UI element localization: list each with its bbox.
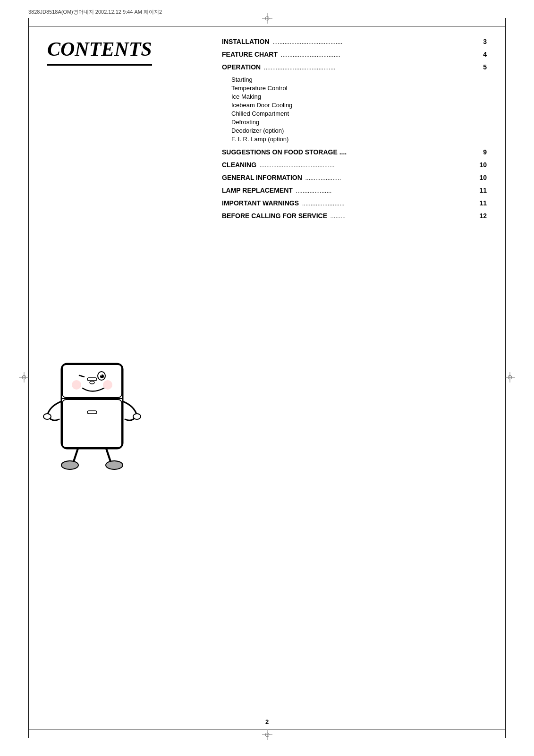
svg-point-19 xyxy=(72,380,81,390)
toc-suggestions: SUGGESTIONS ON FOOD STORAGE .... 9 xyxy=(222,148,487,156)
right-crosshair-icon xyxy=(505,372,515,384)
svg-rect-13 xyxy=(87,411,97,414)
toc-cleaning-page: 10 xyxy=(479,161,487,169)
toc-before-calling: BEFORE CALLING FOR SERVICE ......... 12 xyxy=(222,212,487,220)
toc-cleaning-label: CLEANING xyxy=(222,161,256,169)
sub-item-temperature: Temperature Control xyxy=(231,85,487,92)
toc-important-warnings: IMPORTANT WARNINGS .....................… xyxy=(222,199,487,207)
tick-bottom-left xyxy=(28,730,29,738)
toc-suggestions-label: SUGGESTIONS ON FOOD STORAGE .... xyxy=(222,148,347,156)
toc-lamp-replacement-label: LAMP REPLACEMENT xyxy=(222,187,293,194)
toc-operation-page: 5 xyxy=(483,63,487,71)
toc-operation: OPERATION ..............................… xyxy=(222,63,487,71)
toc-feature-chart-dots: ................................... xyxy=(278,51,483,58)
svg-point-23 xyxy=(61,461,78,469)
top-border xyxy=(28,26,506,26)
svg-rect-11 xyxy=(62,399,122,448)
toc-installation-dots: ........................................… xyxy=(270,38,483,45)
left-column: CONTENTS xyxy=(47,38,208,75)
fridge-illustration xyxy=(38,349,184,491)
toc-lamp-replacement: LAMP REPLACEMENT ..................... 1… xyxy=(222,187,487,194)
svg-point-20 xyxy=(103,380,112,390)
svg-point-18 xyxy=(90,381,94,384)
bottom-crosshair-icon xyxy=(262,730,272,742)
toc-before-calling-page: 12 xyxy=(479,212,487,220)
toc-installation-label: INSTALLATION xyxy=(222,38,270,45)
svg-point-17 xyxy=(101,374,102,376)
svg-rect-12 xyxy=(87,378,97,381)
toc-lamp-replacement-page: 11 xyxy=(479,187,487,194)
page-number: 2 xyxy=(265,718,269,725)
toc-important-warnings-page: 11 xyxy=(479,199,487,207)
toc-before-calling-label: BEFORE CALLING FOR SERVICE xyxy=(222,212,327,220)
sub-item-starting: Starting xyxy=(231,76,487,83)
svg-point-21 xyxy=(43,414,51,419)
tick-bottom-right xyxy=(505,730,506,738)
toc-lamp-replacement-dots: ..................... xyxy=(293,187,480,194)
toc-operation-sub-items: Starting Temperature Control Ice Making … xyxy=(231,76,487,143)
toc-installation: INSTALLATION ...........................… xyxy=(222,38,487,45)
toc-general-info-page: 10 xyxy=(479,174,487,181)
toc-before-calling-dots: ......... xyxy=(327,212,479,220)
toc-feature-chart-label: FEATURE CHART xyxy=(222,51,278,58)
toc-feature-chart-page: 4 xyxy=(483,51,487,58)
toc-cleaning: CLEANING ...............................… xyxy=(222,161,487,169)
toc-general-info-dots: ..................... xyxy=(302,174,480,181)
toc-feature-chart: FEATURE CHART ..........................… xyxy=(222,51,487,58)
toc-operation-dots: ........................................… xyxy=(261,64,483,71)
left-crosshair-icon xyxy=(19,372,29,384)
toc-operation-label: OPERATION xyxy=(222,63,261,71)
toc-cleaning-dots: ........................................… xyxy=(256,161,479,169)
sub-item-defrosting: Defrosting xyxy=(231,119,487,126)
top-crosshair-icon xyxy=(262,13,272,25)
toc-general-info: GENERAL INFORMATION ....................… xyxy=(222,174,487,181)
toc-suggestions-dots xyxy=(347,149,483,156)
sub-item-fir-lamp: F. I. R. Lamp (option) xyxy=(231,136,487,143)
svg-point-22 xyxy=(133,414,141,419)
toc-column: INSTALLATION ...........................… xyxy=(222,38,487,225)
tick-top-left xyxy=(28,18,29,26)
sub-item-ice-making: Ice Making xyxy=(231,93,487,100)
page-container: 3828JD8518A(OM)영어내지 2002.12.12 9:44 AM 페… xyxy=(0,0,534,756)
toc-suggestions-page: 9 xyxy=(483,148,487,156)
sub-item-icebeam: Icebeam Door Cooling xyxy=(231,102,487,109)
sub-item-chilled: Chilled Compartment xyxy=(231,110,487,117)
toc-important-warnings-dots: ......................... xyxy=(299,200,479,207)
toc-general-info-label: GENERAL INFORMATION xyxy=(222,174,302,181)
svg-point-24 xyxy=(106,461,123,469)
toc-important-warnings-label: IMPORTANT WARNINGS xyxy=(222,199,299,207)
header-meta-text: 3828JD8518A(OM)영어내지 2002.12.12 9:44 AM 페… xyxy=(28,8,162,16)
sub-item-deodorizer: Deodorizer (option) xyxy=(231,127,487,134)
tick-top-right xyxy=(505,18,506,26)
fridge-svg xyxy=(38,349,146,477)
toc-installation-page: 3 xyxy=(483,38,487,45)
contents-title: CONTENTS xyxy=(47,38,152,66)
